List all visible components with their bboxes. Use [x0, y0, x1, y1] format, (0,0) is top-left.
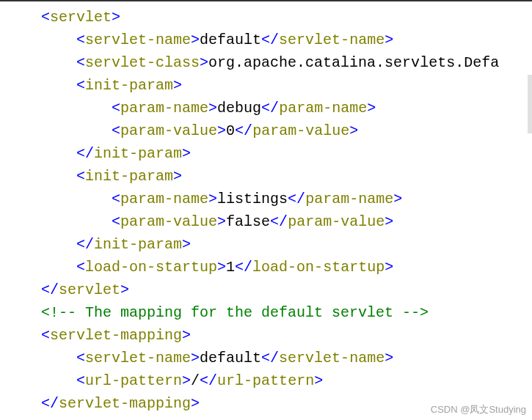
watermark-text: CSDN @凤文Studying: [431, 402, 526, 417]
xml-bracket: >: [393, 191, 402, 207]
xml-bracket: </: [288, 191, 305, 207]
code-line: <init-param>: [6, 74, 529, 97]
xml-bracket: >: [217, 213, 226, 230]
code-line: <servlet-name>default</servlet-name>: [6, 29, 529, 51]
xml-bracket: >: [314, 372, 323, 389]
xml-bracket: </: [261, 100, 279, 117]
xml-bracket: </: [235, 122, 252, 139]
xml-tag: servlet-mapping: [50, 327, 182, 344]
code-line: </init-param>: [6, 142, 529, 165]
xml-bracket: </: [270, 213, 288, 230]
xml-bracket: >: [182, 327, 191, 344]
xml-tag: load-on-startup: [85, 259, 217, 276]
xml-text: false: [226, 213, 270, 230]
xml-bracket: <: [112, 100, 120, 117]
xml-bracket: >: [217, 259, 226, 276]
xml-bracket: >: [191, 395, 200, 412]
xml-bracket: </: [76, 145, 94, 162]
xml-bracket: </: [261, 350, 279, 366]
xml-tag: param-name: [279, 100, 367, 117]
xml-bracket: >: [191, 32, 200, 48]
xml-bracket: </: [235, 259, 252, 276]
xml-tag: url-pattern: [217, 372, 314, 389]
xml-tag: param-value: [288, 213, 385, 230]
xml-bracket: >: [385, 213, 393, 230]
xml-text: org.apache.catalina.servlets.Defa: [208, 54, 499, 71]
xml-bracket: <: [76, 54, 85, 71]
xml-tag: servlet-name: [85, 350, 191, 366]
code-line: </init-param>: [6, 233, 529, 256]
xml-text: default: [200, 32, 261, 48]
xml-tag: param-value: [252, 122, 349, 139]
xml-tag: servlet-mapping: [59, 395, 191, 412]
xml-tag: url-pattern: [85, 372, 182, 389]
xml-bracket: >: [367, 100, 376, 117]
code-line: <url-pattern>/</url-pattern>: [6, 369, 529, 392]
xml-bracket: <: [76, 32, 85, 48]
xml-text: debug: [217, 100, 261, 117]
xml-tag: servlet-name: [279, 350, 385, 366]
code-line: <param-value>0</param-value>: [6, 119, 529, 142]
xml-comment: <!-- The mapping for the default servlet…: [41, 304, 429, 321]
xml-bracket: </: [41, 281, 59, 298]
xml-bracket: >: [349, 122, 358, 139]
xml-bracket: <: [76, 77, 85, 94]
xml-tag: servlet: [59, 281, 120, 298]
xml-bracket: >: [182, 372, 191, 389]
xml-bracket: >: [217, 122, 226, 139]
xml-bracket: >: [200, 54, 208, 71]
xml-text: /: [191, 372, 200, 389]
xml-tag: init-param: [94, 145, 182, 162]
xml-bracket: >: [173, 77, 182, 94]
code-line: <param-name>listings</param-name>: [6, 188, 529, 210]
xml-tag: param-name: [120, 100, 208, 117]
xml-text: default: [200, 350, 261, 366]
xml-bracket: <: [76, 372, 85, 389]
code-line: <!-- The mapping for the default servlet…: [6, 301, 529, 324]
code-line: <load-on-startup>1</load-on-startup>: [6, 256, 529, 279]
code-line: <servlet-mapping>: [6, 324, 529, 347]
xml-bracket: </: [200, 372, 217, 389]
code-line: <servlet-class>org.apache.catalina.servl…: [6, 51, 529, 74]
code-line: </servlet>: [6, 279, 529, 301]
code-line: <init-param>: [6, 165, 529, 188]
code-line: <servlet-name>default</servlet-name>: [6, 347, 529, 369]
xml-tag: param-value: [120, 122, 217, 139]
xml-bracket: <: [112, 191, 120, 207]
xml-tag: servlet-name: [85, 32, 191, 48]
xml-text: 0: [226, 122, 235, 139]
xml-bracket: <: [76, 350, 85, 366]
code-line: <param-value>false</param-value>: [6, 210, 529, 233]
xml-tag: init-param: [85, 168, 173, 185]
xml-tag: param-value: [120, 213, 217, 230]
xml-bracket: >: [191, 350, 200, 366]
xml-bracket: <: [76, 259, 85, 276]
xml-tag: init-param: [94, 236, 182, 253]
xml-tag: init-param: [85, 77, 173, 94]
xml-bracket: >: [173, 168, 182, 185]
xml-bracket: >: [208, 191, 217, 207]
xml-bracket: >: [385, 32, 393, 48]
xml-bracket: <: [76, 168, 85, 185]
xml-tag: servlet: [50, 9, 112, 26]
xml-bracket: >: [385, 350, 393, 366]
xml-bracket: >: [112, 9, 120, 26]
xml-bracket: >: [120, 281, 129, 298]
xml-tag: param-name: [305, 191, 393, 207]
xml-bracket: </: [76, 236, 94, 253]
xml-text: listings: [217, 191, 288, 207]
xml-bracket: <: [112, 213, 120, 230]
code-line: <servlet>: [6, 6, 529, 29]
xml-bracket: >: [385, 259, 393, 276]
xml-bracket: </: [261, 32, 279, 48]
scroll-indicator: [528, 75, 532, 133]
xml-bracket: </: [41, 395, 59, 412]
code-line: <param-name>debug</param-name>: [6, 97, 529, 119]
xml-bracket: >: [182, 236, 191, 253]
xml-tag: servlet-name: [279, 32, 385, 48]
xml-bracket: <: [41, 9, 50, 26]
xml-tag: param-name: [120, 191, 208, 207]
xml-bracket: >: [208, 100, 217, 117]
xml-bracket: <: [41, 327, 50, 344]
xml-code-block: <servlet> <servlet-name>default</servlet…: [0, 1, 532, 419]
